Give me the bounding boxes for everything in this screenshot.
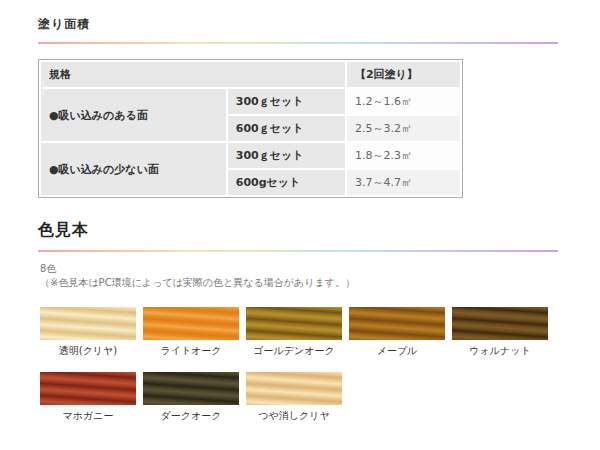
swatch-label: ゴールデンオーク <box>246 344 342 358</box>
swatch-cell: マホガニー <box>40 372 136 423</box>
swatch-cell: ライトオーク <box>143 307 239 358</box>
swatch-label: 透明(クリヤ) <box>40 344 136 358</box>
coating-area-title: 塗り面積 <box>38 16 562 33</box>
swatch-label: マホガニー <box>40 409 136 423</box>
section-color-samples: 色見本 8色 （※色見本はPC環境によっては実際の色と異なる場合があります。） … <box>38 220 562 423</box>
wood-swatch-golden-oak <box>246 307 342 340</box>
table-row: ●吸い込みの少ない面 300ｇセット 1.8～2.3㎡ <box>41 143 460 168</box>
set-cell: 600gセット <box>228 170 345 195</box>
area-cell: 2.5～3.2㎡ <box>347 116 460 141</box>
swatch-cell: メープル <box>349 307 445 358</box>
set-cell: 300ｇセット <box>228 89 345 114</box>
wood-swatch-mahogany <box>40 372 136 405</box>
swatch-label: ライトオーク <box>143 344 239 358</box>
swatch-label: メープル <box>349 344 445 358</box>
set-cell: 300ｇセット <box>228 143 345 168</box>
swatch-label: ダークオーク <box>143 409 239 423</box>
swatch-grid: 透明(クリヤ) ライトオーク ゴールデンオーク メープル ウォルナット マホガニ… <box>40 307 556 423</box>
wood-swatch-matte-clear <box>246 372 342 405</box>
rainbow-divider <box>38 250 558 252</box>
area-cell: 1.8～2.3㎡ <box>347 143 460 168</box>
table-header-row: 規格 【2回塗り】 <box>41 62 460 87</box>
rainbow-divider <box>38 42 558 44</box>
wood-swatch-clear <box>40 307 136 340</box>
coating-area-table: 規格 【2回塗り】 ●吸い込みのある面 300ｇセット 1.2～1.6㎡ 600… <box>38 59 463 198</box>
swatch-cell: ゴールデンオーク <box>246 307 342 358</box>
surface-cell: ●吸い込みのある面 <box>41 89 226 141</box>
swatch-cell: ウォルナット <box>452 307 548 358</box>
spec-header-cell: 規格 <box>41 62 345 87</box>
color-samples-note-block: 8色 （※色見本はPC環境によっては実際の色と異なる場合があります。） <box>40 262 562 289</box>
surface-cell: ●吸い込みの少ない面 <box>41 143 226 195</box>
color-environment-note: （※色見本はPC環境によっては実際の色と異なる場合があります。） <box>40 276 562 290</box>
coats-header-cell: 【2回塗り】 <box>347 62 460 87</box>
section-coating-area: 塗り面積 規格 【2回塗り】 ●吸い込みのある面 300ｇセット 1.2～1.6… <box>38 16 562 198</box>
swatch-label: ウォルナット <box>452 344 548 358</box>
area-cell: 3.7～4.7㎡ <box>347 170 460 195</box>
wood-swatch-light-oak <box>143 307 239 340</box>
area-cell: 1.2～1.6㎡ <box>347 89 460 114</box>
color-count-label: 8色 <box>40 262 562 276</box>
set-cell: 600ｇセット <box>228 116 345 141</box>
color-samples-title: 色見本 <box>38 220 562 241</box>
wood-swatch-dark-oak <box>143 372 239 405</box>
swatch-label: つや消しクリヤ <box>246 409 342 423</box>
product-detail-page: 塗り面積 規格 【2回塗り】 ●吸い込みのある面 300ｇセット 1.2～1.6… <box>0 0 600 450</box>
wood-swatch-maple <box>349 307 445 340</box>
wood-swatch-walnut <box>452 307 548 340</box>
swatch-cell: ダークオーク <box>143 372 239 423</box>
swatch-cell: 透明(クリヤ) <box>40 307 136 358</box>
swatch-cell: つや消しクリヤ <box>246 372 342 423</box>
table-row: ●吸い込みのある面 300ｇセット 1.2～1.6㎡ <box>41 89 460 114</box>
